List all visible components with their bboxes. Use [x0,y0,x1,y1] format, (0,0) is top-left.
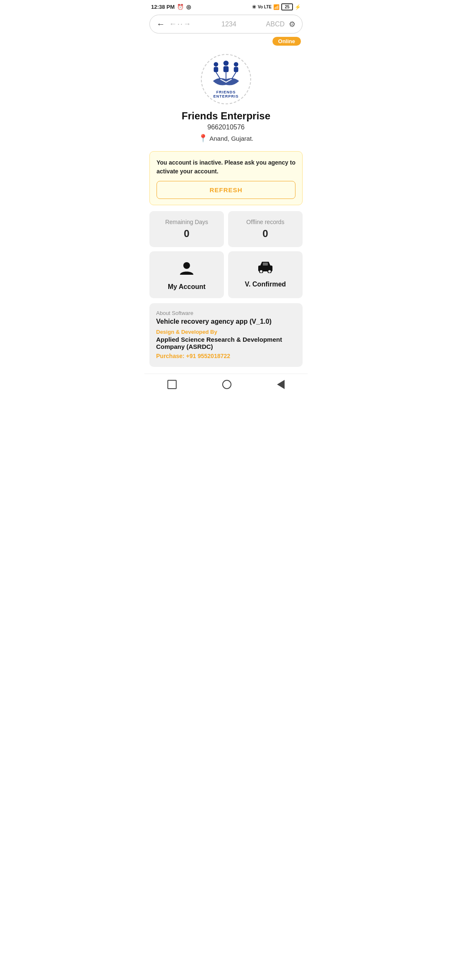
nav-dots-icon: ←··→ [169,20,192,28]
bottom-nav [144,374,308,398]
person-icon [179,260,194,279]
circle-icon [222,380,231,389]
charging-icon: ⚡ [295,4,301,10]
my-account-label: My Account [168,283,205,291]
online-badge: Online [272,37,301,46]
settings-icon[interactable]: ⚙ [289,20,295,29]
offline-records-value: 0 [234,228,297,240]
inactive-message: You account is inactive. Please ask you … [157,158,295,176]
my-account-button[interactable]: My Account [149,251,224,298]
svg-point-4 [234,62,239,67]
about-dev-label: Design & Developed By [156,329,296,335]
company-location: 📍 Anand, Gujarat. [144,134,308,143]
online-badge-row: Online [144,36,308,47]
svg-rect-1 [214,67,218,72]
svg-rect-3 [223,66,229,72]
company-name: Friends Enterprise [144,110,308,122]
vo-lte-icon: Vo LTE [258,5,272,9]
v-confirmed-label: V. Confirmed [245,281,286,288]
svg-rect-5 [234,67,239,72]
svg-point-2 [223,61,229,66]
nav-code: ABCD [266,21,285,28]
battery-icon: 25 [281,3,293,10]
logo-text: FRIENDS ENTERPRIS [213,90,239,98]
svg-point-11 [259,270,263,273]
logo-circle: FRIENDS ENTERPRIS [201,54,251,104]
refresh-button[interactable]: REFRESH [157,181,295,199]
home-button[interactable] [222,380,231,392]
company-phone: 9662010576 [144,124,308,131]
nav-number: 1234 [196,21,262,28]
remaining-days-card: Remaining Days 0 [149,211,224,247]
signal-icon: 📶 [273,4,280,10]
about-app-name: Vehicle recovery agency app (V_1.0) [156,318,296,325]
status-left: 12:38 PM ⏰ ◎ [151,4,191,10]
remaining-days-label: Remaining Days [155,219,218,225]
svg-point-0 [214,62,218,67]
back-button[interactable]: ← [157,19,165,29]
swirly-icon: ◎ [186,4,191,10]
logo-section: FRIENDS ENTERPRIS [144,54,308,104]
nav-bar: ← ←··→ 1234 ABCD ⚙ [149,15,303,34]
svg-point-12 [268,270,271,273]
location-pin-icon: 📍 [198,134,208,143]
status-right: ✳ Vo LTE 📶 25 ⚡ [252,3,301,10]
square-button[interactable] [167,380,177,392]
action-grid: My Account V. Confirmed [149,251,303,298]
alarm-icon: ⏰ [177,4,184,10]
inactive-notice-box: You account is inactive. Please ask you … [149,151,303,205]
square-icon [167,380,177,389]
location-text: Anand, Gujarat. [209,135,253,142]
stats-grid: Remaining Days 0 Offline records 0 [149,211,303,247]
about-box: About Software Vehicle recovery agency a… [149,303,303,367]
svg-line-8 [231,72,236,79]
remaining-days-value: 0 [155,228,218,240]
v-confirmed-button[interactable]: V. Confirmed [228,251,303,298]
back-nav-button[interactable] [277,380,285,392]
triangle-icon [277,380,285,389]
logo-inner: FRIENDS ENTERPRIS [209,60,243,98]
status-bar: 12:38 PM ⏰ ◎ ✳ Vo LTE 📶 25 ⚡ [144,0,308,12]
about-purchase: Purchase: +91 9552018722 [156,353,296,359]
bluetooth-icon: ✳ [252,4,256,10]
svg-point-9 [183,262,190,269]
time-display: 12:38 PM [151,4,175,10]
company-logo-svg [209,60,243,89]
offline-records-card: Offline records 0 [228,211,303,247]
offline-records-label: Offline records [234,219,297,225]
about-section-title: About Software [156,310,296,316]
car-icon [257,260,274,276]
svg-line-6 [216,72,221,79]
svg-rect-13 [263,263,268,266]
about-dev-name: Applied Science Research & Development C… [156,336,296,350]
